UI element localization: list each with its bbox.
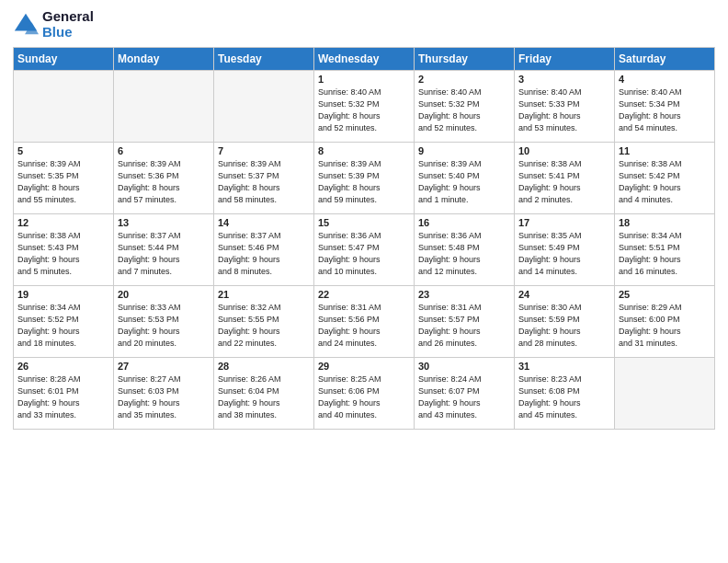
day-number: 10	[518, 145, 610, 156]
calendar-cell: 22Sunrise: 8:31 AM Sunset: 5:56 PM Dayli…	[314, 286, 415, 358]
day-number: 13	[118, 217, 210, 228]
day-info: Sunrise: 8:40 AM Sunset: 5:33 PM Dayligh…	[518, 86, 610, 134]
calendar-cell: 4Sunrise: 8:40 AM Sunset: 5:34 PM Daylig…	[615, 71, 715, 143]
day-info: Sunrise: 8:35 AM Sunset: 5:49 PM Dayligh…	[518, 230, 610, 278]
day-number: 31	[518, 361, 610, 372]
calendar-cell: 13Sunrise: 8:37 AM Sunset: 5:44 PM Dayli…	[114, 214, 214, 286]
logo-text: General Blue	[42, 9, 94, 40]
weekday-header-row: SundayMondayTuesdayWednesdayThursdayFrid…	[14, 48, 715, 71]
day-info: Sunrise: 8:26 AM Sunset: 6:04 PM Dayligh…	[218, 373, 310, 421]
day-info: Sunrise: 8:31 AM Sunset: 5:56 PM Dayligh…	[318, 302, 410, 350]
calendar-cell: 23Sunrise: 8:31 AM Sunset: 5:57 PM Dayli…	[415, 286, 515, 358]
calendar-week-0: 1Sunrise: 8:40 AM Sunset: 5:32 PM Daylig…	[14, 71, 715, 143]
weekday-header-sunday: Sunday	[14, 48, 114, 71]
day-info: Sunrise: 8:38 AM Sunset: 5:43 PM Dayligh…	[17, 230, 109, 278]
day-info: Sunrise: 8:40 AM Sunset: 5:34 PM Dayligh…	[619, 86, 711, 134]
logo-icon	[13, 12, 39, 38]
calendar-cell: 29Sunrise: 8:25 AM Sunset: 6:06 PM Dayli…	[314, 358, 415, 430]
calendar-cell: 11Sunrise: 8:38 AM Sunset: 5:42 PM Dayli…	[615, 143, 715, 214]
day-info: Sunrise: 8:39 AM Sunset: 5:35 PM Dayligh…	[17, 158, 109, 206]
day-number: 21	[218, 289, 310, 300]
day-number: 5	[17, 145, 109, 156]
day-number: 8	[318, 145, 410, 156]
calendar-week-2: 12Sunrise: 8:38 AM Sunset: 5:43 PM Dayli…	[14, 214, 715, 286]
day-number: 25	[619, 289, 711, 300]
calendar-table: SundayMondayTuesdayWednesdayThursdayFrid…	[13, 47, 715, 430]
calendar-cell: 8Sunrise: 8:39 AM Sunset: 5:39 PM Daylig…	[314, 143, 415, 214]
calendar-cell: 30Sunrise: 8:24 AM Sunset: 6:07 PM Dayli…	[415, 358, 515, 430]
calendar-cell	[114, 71, 214, 143]
day-info: Sunrise: 8:30 AM Sunset: 5:59 PM Dayligh…	[518, 302, 610, 350]
calendar-week-1: 5Sunrise: 8:39 AM Sunset: 5:35 PM Daylig…	[14, 143, 715, 214]
day-number: 9	[418, 145, 510, 156]
calendar-cell: 2Sunrise: 8:40 AM Sunset: 5:32 PM Daylig…	[415, 71, 515, 143]
day-number: 20	[118, 289, 210, 300]
day-info: Sunrise: 8:25 AM Sunset: 6:06 PM Dayligh…	[318, 373, 410, 421]
day-info: Sunrise: 8:37 AM Sunset: 5:44 PM Dayligh…	[118, 230, 210, 278]
calendar-cell: 12Sunrise: 8:38 AM Sunset: 5:43 PM Dayli…	[14, 214, 114, 286]
weekday-header-friday: Friday	[515, 48, 615, 71]
calendar-cell: 24Sunrise: 8:30 AM Sunset: 5:59 PM Dayli…	[515, 286, 615, 358]
day-info: Sunrise: 8:27 AM Sunset: 6:03 PM Dayligh…	[118, 373, 210, 421]
calendar-cell	[14, 71, 114, 143]
calendar-cell: 10Sunrise: 8:38 AM Sunset: 5:41 PM Dayli…	[515, 143, 615, 214]
day-number: 22	[318, 289, 410, 300]
calendar-cell: 6Sunrise: 8:39 AM Sunset: 5:36 PM Daylig…	[114, 143, 214, 214]
day-number: 7	[218, 145, 310, 156]
day-number: 3	[518, 74, 610, 85]
weekday-header-saturday: Saturday	[615, 48, 715, 71]
calendar-cell: 7Sunrise: 8:39 AM Sunset: 5:37 PM Daylig…	[214, 143, 314, 214]
day-number: 1	[318, 74, 410, 85]
day-number: 11	[619, 145, 711, 156]
calendar-cell: 25Sunrise: 8:29 AM Sunset: 6:00 PM Dayli…	[615, 286, 715, 358]
weekday-header-thursday: Thursday	[415, 48, 515, 71]
calendar-cell	[214, 71, 314, 143]
day-info: Sunrise: 8:34 AM Sunset: 5:51 PM Dayligh…	[619, 230, 711, 278]
day-number: 23	[418, 289, 510, 300]
calendar-cell: 3Sunrise: 8:40 AM Sunset: 5:33 PM Daylig…	[515, 71, 615, 143]
day-info: Sunrise: 8:39 AM Sunset: 5:36 PM Dayligh…	[118, 158, 210, 206]
logo: General Blue	[13, 9, 94, 40]
calendar-cell: 20Sunrise: 8:33 AM Sunset: 5:53 PM Dayli…	[114, 286, 214, 358]
day-number: 27	[118, 361, 210, 372]
calendar-cell: 18Sunrise: 8:34 AM Sunset: 5:51 PM Dayli…	[615, 214, 715, 286]
weekday-header-monday: Monday	[114, 48, 214, 71]
calendar-cell: 14Sunrise: 8:37 AM Sunset: 5:46 PM Dayli…	[214, 214, 314, 286]
calendar-cell: 31Sunrise: 8:23 AM Sunset: 6:08 PM Dayli…	[515, 358, 615, 430]
day-info: Sunrise: 8:34 AM Sunset: 5:52 PM Dayligh…	[17, 302, 109, 350]
day-info: Sunrise: 8:37 AM Sunset: 5:46 PM Dayligh…	[218, 230, 310, 278]
calendar-cell	[615, 358, 715, 430]
calendar-cell: 5Sunrise: 8:39 AM Sunset: 5:35 PM Daylig…	[14, 143, 114, 214]
day-info: Sunrise: 8:31 AM Sunset: 5:57 PM Dayligh…	[418, 302, 510, 350]
day-info: Sunrise: 8:38 AM Sunset: 5:42 PM Dayligh…	[619, 158, 711, 206]
header: General Blue	[13, 9, 715, 40]
day-info: Sunrise: 8:40 AM Sunset: 5:32 PM Dayligh…	[318, 86, 410, 134]
day-number: 14	[218, 217, 310, 228]
day-number: 26	[17, 361, 109, 372]
day-info: Sunrise: 8:33 AM Sunset: 5:53 PM Dayligh…	[118, 302, 210, 350]
day-number: 19	[17, 289, 109, 300]
day-info: Sunrise: 8:23 AM Sunset: 6:08 PM Dayligh…	[518, 373, 610, 421]
day-info: Sunrise: 8:36 AM Sunset: 5:48 PM Dayligh…	[418, 230, 510, 278]
day-number: 24	[518, 289, 610, 300]
weekday-header-tuesday: Tuesday	[214, 48, 314, 71]
main-container: General Blue SundayMondayTuesdayWednesda…	[0, 0, 728, 563]
day-info: Sunrise: 8:39 AM Sunset: 5:39 PM Dayligh…	[318, 158, 410, 206]
calendar-week-4: 26Sunrise: 8:28 AM Sunset: 6:01 PM Dayli…	[14, 358, 715, 430]
calendar-cell: 19Sunrise: 8:34 AM Sunset: 5:52 PM Dayli…	[14, 286, 114, 358]
calendar-cell: 15Sunrise: 8:36 AM Sunset: 5:47 PM Dayli…	[314, 214, 415, 286]
day-number: 29	[318, 361, 410, 372]
day-number: 17	[518, 217, 610, 228]
day-info: Sunrise: 8:29 AM Sunset: 6:00 PM Dayligh…	[619, 302, 711, 350]
calendar-week-3: 19Sunrise: 8:34 AM Sunset: 5:52 PM Dayli…	[14, 286, 715, 358]
calendar-cell: 1Sunrise: 8:40 AM Sunset: 5:32 PM Daylig…	[314, 71, 415, 143]
day-info: Sunrise: 8:38 AM Sunset: 5:41 PM Dayligh…	[518, 158, 610, 206]
calendar-cell: 21Sunrise: 8:32 AM Sunset: 5:55 PM Dayli…	[214, 286, 314, 358]
day-number: 12	[17, 217, 109, 228]
day-number: 28	[218, 361, 310, 372]
day-number: 30	[418, 361, 510, 372]
day-number: 4	[619, 74, 711, 85]
day-info: Sunrise: 8:36 AM Sunset: 5:47 PM Dayligh…	[318, 230, 410, 278]
day-info: Sunrise: 8:39 AM Sunset: 5:37 PM Dayligh…	[218, 158, 310, 206]
day-info: Sunrise: 8:39 AM Sunset: 5:40 PM Dayligh…	[418, 158, 510, 206]
